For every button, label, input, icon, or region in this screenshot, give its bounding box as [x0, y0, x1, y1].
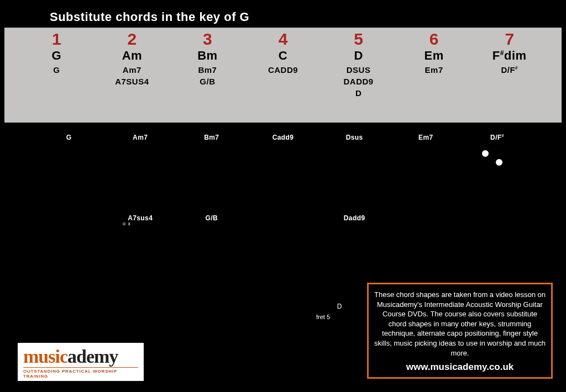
logo-brand-rest: ademy: [67, 346, 118, 367]
degree-row: 1GG2AmAm7A7SUS43BmBm7G/B4CCADD95DDSUSDAD…: [4, 28, 562, 123]
fret-number-label: fret 5: [316, 314, 330, 320]
degree-sub-chord: Bm7: [198, 65, 217, 75]
degree-number: 7: [505, 31, 514, 47]
info-box-url: www.musicademy.co.uk: [374, 361, 546, 374]
info-box-text: These chord shapes are taken from a vide…: [374, 290, 546, 358]
degree-sub-chord: D: [355, 88, 361, 98]
chord-diagram-label: Em7: [390, 134, 462, 141]
degree-col-1: 1GG: [19, 31, 95, 75]
page-title: Substitute chords in the key of G: [50, 10, 249, 24]
chord-diagram-label: [247, 214, 318, 222]
degree-number: 2: [128, 31, 137, 47]
chord-diagram-label: Bm7: [176, 134, 247, 141]
chord-diagram-row-2: A7sus4G/BDadd9: [0, 214, 566, 222]
degree-sub-chord: DADD9: [344, 77, 374, 86]
degree-number: 5: [354, 31, 363, 47]
chord-diagram-label: Dadd9: [319, 214, 390, 222]
degree-sub-chord: Am7: [123, 65, 142, 75]
chord-diagram-label: [33, 214, 104, 222]
info-box: These chord shapes are taken from a vide…: [367, 283, 553, 379]
chord-diagram-row-1: GAm7Bm7Cadd9DsusEm7D/F#: [0, 134, 566, 141]
degree-sub-chord: G: [53, 65, 60, 75]
degree-sub-chord: A7SUS4: [115, 77, 149, 86]
degree-main-chord: D: [354, 49, 363, 63]
degree-col-7: 7F#dimD/F#: [471, 31, 547, 75]
degree-number: 4: [279, 31, 288, 47]
chord-diagram-label: A7sus4: [104, 214, 176, 222]
degree-main-chord: F#dim: [492, 49, 527, 63]
degree-main-chord: Bm: [197, 49, 217, 63]
degree-col-2: 2AmAm7A7SUS4: [95, 31, 170, 86]
fret-dot: [496, 159, 502, 166]
degree-sub-chord: CADD9: [268, 65, 298, 75]
logo-brand: musicademy: [23, 346, 138, 367]
chord-diagram-label: D/F#: [462, 134, 533, 141]
d-chord-label: D: [328, 303, 350, 310]
string-markers: o x: [123, 221, 131, 226]
degree-sub-chord: D/F#: [501, 65, 518, 75]
chord-diagram-label: Cadd9: [247, 134, 318, 141]
logo-tagline: OUTSTANDING PRACTICAL WORSHIP TRAINING: [23, 367, 138, 379]
degree-sub-chord: Em7: [425, 65, 443, 75]
musicademy-logo: musicademy OUTSTANDING PRACTICAL WORSHIP…: [18, 343, 144, 381]
chord-diagram-label: G: [33, 134, 104, 141]
degree-main-chord: C: [279, 49, 287, 63]
chord-diagram-label: G/B: [176, 214, 247, 222]
chord-diagram-label: [462, 214, 533, 222]
degree-sub-chord: G/B: [200, 77, 215, 86]
degree-number: 6: [429, 31, 439, 47]
degree-main-chord: G: [51, 49, 61, 63]
chord-diagram-label: Dsus: [319, 134, 390, 141]
chord-diagram-label: [390, 214, 462, 222]
degree-main-chord: Em: [424, 49, 444, 63]
degree-number: 1: [52, 31, 61, 47]
degree-col-4: 4CCADD9: [245, 31, 321, 75]
degree-col-5: 5DDSUSDADD9D: [321, 31, 396, 98]
degree-sub-chord: DSUS: [347, 65, 371, 75]
logo-brand-accent: music: [23, 346, 67, 367]
degree-col-3: 3BmBm7G/B: [170, 31, 245, 86]
fret-dot: [482, 150, 489, 157]
degree-banner: 1GG2AmAm7A7SUS43BmBm7G/B4CCADD95DDSUSDAD…: [4, 28, 562, 123]
degree-number: 3: [203, 31, 212, 47]
degree-col-6: 6EmEm7: [396, 31, 472, 75]
degree-main-chord: Am: [122, 49, 142, 63]
chord-diagram-label: Am7: [104, 134, 176, 141]
